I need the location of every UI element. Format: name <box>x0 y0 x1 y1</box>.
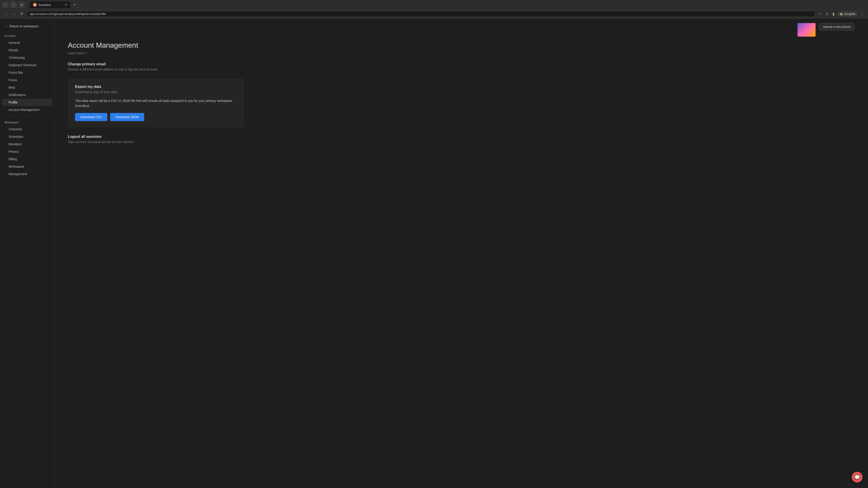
export-card: Export my data Download a copy of your d… <box>68 78 244 127</box>
maximize-button[interactable]: □ <box>10 2 17 8</box>
back-to-workspace[interactable]: ← Return to workspace <box>0 22 54 33</box>
export-card-title: Export my data <box>75 85 237 89</box>
notifications-label: Notifications <box>8 93 26 97</box>
forward-button[interactable]: → <box>11 11 17 17</box>
more-options-button[interactable]: ⋮ <box>859 11 865 17</box>
focus-label: Focus <box>8 78 17 82</box>
tab-bar: Sunsama ✕ + <box>28 1 80 8</box>
learn-more-label: Learn more <box>68 51 84 55</box>
split-view-button[interactable]: ▮ <box>831 11 836 17</box>
keyboard-shortcuts-label: Keyboard Shortcuts <box>8 63 36 67</box>
logout-description: Sign out from Sunsama across all your de… <box>68 140 244 144</box>
sidebar: ← Return to workspace Account General Ri… <box>0 19 54 488</box>
download-button[interactable]: ⇓ <box>824 11 830 17</box>
tab-favicon <box>33 3 37 6</box>
account-section-title: Account <box>0 33 54 39</box>
sidebar-item-focus[interactable]: Focus <box>2 76 52 84</box>
address-text: app.sunsama.com/group/moodjoy/settings/a… <box>30 12 106 15</box>
sidebar-item-management[interactable]: Management <box>2 170 52 177</box>
logout-title: Logout all sessions <box>68 135 244 139</box>
bookmark-button[interactable]: ☆ <box>817 11 823 17</box>
export-buttons: Download CSV Download JSON <box>75 113 237 121</box>
window-controls: − □ ✕ <box>2 2 25 8</box>
tab-close-button[interactable]: ✕ <box>65 3 67 6</box>
account-management-label: Account Management <box>8 108 39 111</box>
tab-label: Sunsama <box>38 3 51 6</box>
timeboxing-label: Timeboxing <box>8 56 25 59</box>
schedules-label: Schedules <box>8 135 23 138</box>
sidebar-item-rituals[interactable]: Rituals <box>2 46 52 54</box>
close-button[interactable]: ✕ <box>19 2 25 8</box>
sidebar-item-billing[interactable]: Billing <box>2 156 52 163</box>
download-json-button[interactable]: Download JSON <box>110 113 145 121</box>
profile-picture-thumbnail <box>798 23 815 37</box>
sidebar-item-general[interactable]: General <box>2 39 52 46</box>
sidebar-item-members[interactable]: Members <box>2 140 52 148</box>
nav-actions: ☆ ⇓ ▮ 🕵 Incognito ⋮ <box>817 11 865 17</box>
incognito-icon: 🕵 <box>839 12 843 15</box>
privacy-label: Privacy <box>8 150 19 153</box>
content-wrapper: Account Management Learn more ↗ Change p… <box>54 37 258 164</box>
change-email-section: Change primary email Choose a different … <box>68 62 244 71</box>
active-tab[interactable]: Sunsama ✕ <box>30 1 70 8</box>
change-email-description: Choose a different email address to use … <box>68 68 244 71</box>
export-info-text: This data export will be a CSV or JSON f… <box>75 98 237 108</box>
sidebar-item-notifications[interactable]: Notifications <box>2 91 52 98</box>
sidebar-item-schedules[interactable]: Schedules <box>2 133 52 140</box>
sidebar-item-profile[interactable]: Profile <box>2 99 52 106</box>
management-label: Management <box>8 172 27 176</box>
reload-button[interactable]: ⟳ <box>19 11 25 17</box>
channels-label: Channels <box>8 127 22 131</box>
sidebar-item-privacy[interactable]: Privacy <box>2 148 52 155</box>
incognito-label: Incognito <box>844 12 855 15</box>
title-bar: − □ ✕ Sunsama ✕ + <box>0 0 868 9</box>
export-card-description: Download a copy of your data <box>75 90 237 94</box>
workspace-section-title: Workspace <box>0 119 54 125</box>
profile-label: Profile <box>8 101 18 104</box>
change-email-title: Change primary email <box>68 62 244 66</box>
download-csv-button[interactable]: Download CSV <box>75 113 107 121</box>
billing-label: Billing <box>8 157 17 161</box>
main-content: Upload a new picture Account Management … <box>54 19 868 488</box>
sidebar-item-keyboard-shortcuts[interactable]: Keyboard Shortcuts <box>2 61 52 69</box>
beta-label: Beta <box>8 86 15 89</box>
back-button[interactable]: ← <box>3 11 9 17</box>
general-label: General <box>8 41 20 44</box>
sidebar-item-focus-bar[interactable]: Focus Bar <box>2 69 52 76</box>
minimize-button[interactable]: − <box>2 2 8 8</box>
focus-bar-label: Focus Bar <box>8 71 23 74</box>
rituals-label: Rituals <box>8 48 18 52</box>
members-label: Members <box>8 142 22 146</box>
sidebar-item-timeboxing[interactable]: Timeboxing <box>2 54 52 61</box>
workspace-label: Workspace <box>8 165 24 168</box>
page-title: Account Management <box>68 41 244 50</box>
external-link-icon: ↗ <box>85 52 87 55</box>
browser-chrome: − □ ✕ Sunsama ✕ + ← → ⟳ app.sunsama.com/… <box>0 0 868 19</box>
address-bar[interactable]: app.sunsama.com/group/moodjoy/settings/a… <box>26 11 815 17</box>
upload-picture-button[interactable]: Upload a new picture <box>819 23 855 31</box>
chat-button[interactable]: 💬 <box>852 472 863 483</box>
sidebar-item-account-management[interactable]: Account Management <box>2 106 52 113</box>
sidebar-item-beta[interactable]: Beta <box>2 84 52 91</box>
sidebar-item-channels[interactable]: Channels <box>2 126 52 133</box>
nav-bar: ← → ⟳ app.sunsama.com/group/moodjoy/sett… <box>0 9 868 18</box>
upload-area: Upload a new picture <box>54 19 868 37</box>
back-label: Return to workspace <box>9 24 38 28</box>
incognito-badge: 🕵 Incognito <box>837 11 858 17</box>
back-arrow-icon: ← <box>4 24 8 28</box>
sidebar-item-workspace[interactable]: Workspace <box>2 163 52 170</box>
app-container: ← Return to workspace Account General Ri… <box>0 19 868 488</box>
new-tab-button[interactable]: + <box>71 2 78 8</box>
logout-section: Logout all sessions Sign out from Sunsam… <box>68 135 244 144</box>
chat-icon: 💬 <box>855 475 860 480</box>
learn-more-link[interactable]: Learn more ↗ <box>68 51 244 55</box>
